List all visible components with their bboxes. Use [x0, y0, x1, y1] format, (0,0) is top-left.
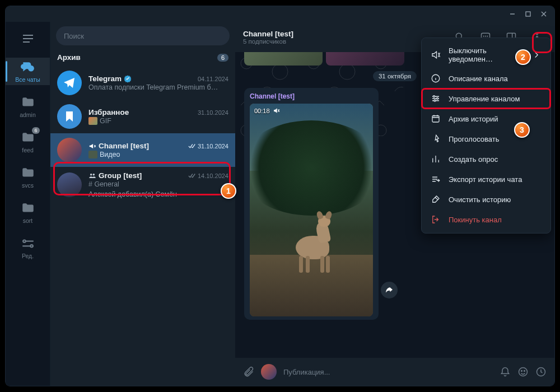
- menu-description[interactable]: Описание канала: [422, 68, 550, 88]
- menu-leave[interactable]: Покинуть канал: [422, 209, 550, 230]
- window-minimize-icon[interactable]: [510, 9, 515, 19]
- video-thumbnail[interactable]: 00:18: [250, 104, 373, 316]
- chat-row-saved[interactable]: Избранное 31.10.2024 GIF: [50, 100, 235, 133]
- rail-all-chats[interactable]: Все чаты: [6, 58, 50, 85]
- svg-point-5: [93, 173, 95, 175]
- thumb-icon: [88, 151, 97, 158]
- avatar: [57, 138, 82, 162]
- composer-placeholder[interactable]: Публикация...: [283, 368, 493, 376]
- chat-row-channel[interactable]: Channel [test] 31.10.2024 Видео: [50, 133, 235, 167]
- verified-icon: [124, 75, 132, 83]
- read-icon: [188, 173, 196, 179]
- rail-label: feed: [22, 147, 33, 153]
- chat-list: Поиск Архив 6 Telegram 04.: [50, 22, 235, 386]
- avatar: [57, 104, 82, 129]
- annotation-marker-1: 1: [221, 183, 236, 199]
- video-duration: 00:18: [254, 107, 280, 114]
- svg-point-2: [23, 240, 25, 242]
- window-titlebar: [6, 6, 554, 22]
- avatar: [57, 71, 82, 95]
- window-maximize-icon[interactable]: [525, 9, 531, 19]
- svg-point-21: [433, 96, 435, 97]
- channel-menu: Выключить уведомлен… Описание канала Упр…: [421, 38, 551, 234]
- schedule-icon[interactable]: [535, 366, 547, 377]
- archive-count: 6: [217, 54, 228, 62]
- chat-name: Избранное: [88, 108, 129, 116]
- svg-point-16: [519, 368, 528, 376]
- rail-folder-admin[interactable]: admin: [6, 93, 50, 120]
- annotation-marker-2: 2: [515, 49, 531, 65]
- svg-rect-0: [526, 12, 530, 16]
- svg-point-18: [524, 371, 525, 372]
- chat-date: 14.10.2024: [188, 172, 228, 179]
- avatar: [57, 172, 82, 197]
- svg-point-17: [521, 371, 522, 372]
- search-placeholder: Поиск: [64, 32, 84, 40]
- menu-icon[interactable]: [17, 27, 39, 50]
- menu-vote[interactable]: Проголосовать: [422, 129, 550, 149]
- mute-icon: [273, 107, 280, 114]
- chat-preview: GIF: [88, 117, 228, 125]
- svg-rect-24: [432, 116, 439, 122]
- chat-row-group[interactable]: Group [test] 14.10.2024 # General Алексе…: [50, 167, 235, 203]
- message-from: Channel [test]: [250, 92, 373, 100]
- rail-badge: 6: [32, 127, 40, 134]
- menu-export[interactable]: Экспорт истории чата: [422, 169, 550, 189]
- menu-manage[interactable]: Управление каналом: [422, 88, 550, 109]
- date-bubble: 31 октября: [373, 71, 417, 81]
- nav-rail: Все чаты admin 6 feed svcs sort Ред.: [6, 22, 50, 386]
- annotation-marker-3: 3: [514, 122, 530, 138]
- chat-preview: # General Алексей добавил(а) Семён: [88, 180, 228, 198]
- read-icon: [188, 143, 196, 149]
- rail-label: admin: [20, 111, 36, 118]
- rail-label: Ред.: [22, 253, 34, 259]
- archive-label: Архив: [57, 53, 81, 62]
- chat-subtitle: 5 подписчиков: [243, 38, 293, 45]
- chat-row-telegram[interactable]: Telegram 04.11.2024 Оплата подписки Tele…: [50, 66, 235, 100]
- message[interactable]: Channel [test] 00:18: [244, 88, 379, 320]
- chat-preview: Видео: [88, 151, 228, 158]
- rail-edit[interactable]: Ред.: [6, 234, 50, 262]
- group-icon: [88, 172, 96, 180]
- menu-stories[interactable]: Архив историй: [422, 109, 550, 129]
- svg-point-3: [30, 245, 32, 247]
- composer: Публикация...: [235, 358, 554, 386]
- silent-icon[interactable]: [500, 366, 511, 377]
- chat-name: Telegram: [88, 74, 132, 83]
- rail-label: Все чаты: [15, 76, 40, 83]
- attach-icon[interactable]: [243, 366, 254, 377]
- rail-folder-sort[interactable]: sort: [6, 199, 50, 226]
- menu-mute[interactable]: Выключить уведомлен…: [422, 41, 550, 68]
- chat-name: Channel [test]: [88, 142, 149, 150]
- archive-row[interactable]: Архив 6: [50, 49, 235, 66]
- emoji-icon[interactable]: [517, 366, 529, 377]
- svg-point-4: [90, 173, 92, 175]
- chat-preview: Оплата подписки Telegram Premium б…: [88, 83, 228, 91]
- chat-name: Group [test]: [88, 171, 142, 180]
- chat-date: 31.10.2024: [188, 143, 228, 150]
- window-close-icon[interactable]: [541, 9, 547, 19]
- chat-main: Channel [test] 5 подписчиков 31 октября …: [235, 22, 554, 386]
- svg-point-9: [536, 33, 538, 35]
- rail-label: svcs: [22, 182, 34, 189]
- chat-date: 04.11.2024: [198, 76, 228, 82]
- search-input[interactable]: Поиск: [56, 26, 230, 45]
- composer-avatar[interactable]: [261, 364, 277, 380]
- chevron-right-icon: [531, 50, 542, 60]
- chat-date: 31.10.2024: [198, 109, 228, 116]
- rail-folder-svcs[interactable]: svcs: [6, 164, 50, 191]
- rail-folder-feed[interactable]: 6 feed: [6, 128, 50, 156]
- svg-point-23: [434, 100, 436, 101]
- menu-poll[interactable]: Создать опрос: [422, 149, 550, 169]
- rail-label: sort: [23, 217, 33, 224]
- chat-title[interactable]: Channel [test]: [243, 30, 293, 38]
- thumb-icon: [88, 117, 97, 125]
- prev-media[interactable]: [244, 52, 404, 66]
- menu-clear[interactable]: Очистить историю: [422, 189, 550, 209]
- svg-point-22: [437, 98, 438, 100]
- svg-point-1: [28, 66, 34, 72]
- forward-icon[interactable]: [381, 282, 398, 298]
- megaphone-icon: [88, 142, 96, 150]
